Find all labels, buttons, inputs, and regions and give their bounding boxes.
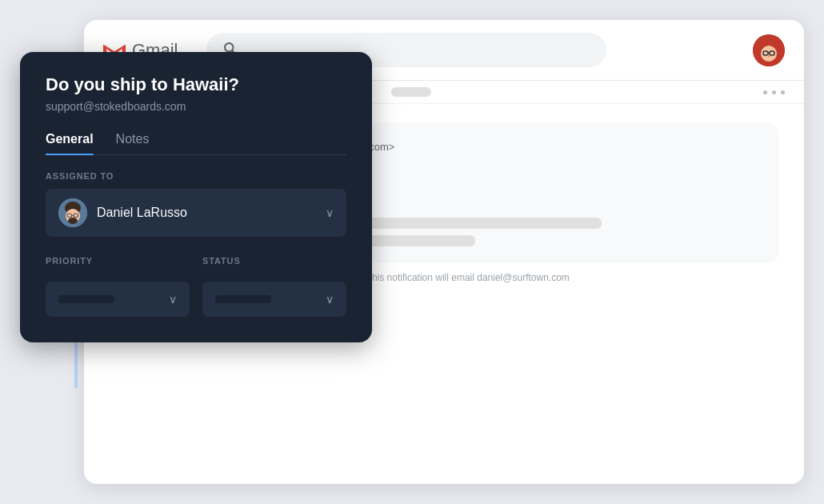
- svg-point-8: [768, 55, 770, 57]
- avatar-image: [753, 34, 785, 66]
- more-options: [763, 90, 785, 94]
- status-dropdown[interactable]: ∨: [202, 282, 346, 317]
- svg-point-19: [68, 218, 78, 224]
- assigned-name: Daniel LaRusso: [97, 206, 316, 220]
- tab-notes[interactable]: Notes: [116, 132, 150, 154]
- priority-status-row: PRIORITY ∨ STATUS ∨: [46, 256, 346, 317]
- priority-label: PRIORITY: [46, 256, 190, 266]
- assigned-section: ASSIGNED TO: [46, 171, 346, 237]
- assigned-dropdown[interactable]: Daniel LaRusso ∨: [46, 189, 346, 237]
- panel-subtitle: support@stokedboards.com: [46, 100, 346, 113]
- assigned-chevron: ∨: [326, 206, 334, 219]
- priority-bar: [58, 295, 114, 303]
- user-avatar[interactable]: [753, 34, 785, 66]
- panel-title: Do you ship to Hawaii?: [46, 74, 346, 95]
- assigned-label: ASSIGNED TO: [46, 171, 346, 181]
- assigned-avatar-image: [58, 198, 87, 227]
- priority-chevron: ∨: [169, 293, 177, 306]
- panel-tabs: General Notes: [46, 132, 346, 155]
- status-group: STATUS ∨: [202, 256, 346, 317]
- status-label: STATUS: [202, 256, 346, 266]
- ticket-panel: Do you ship to Hawaii? support@stokedboa…: [20, 52, 372, 342]
- priority-group: PRIORITY ∨: [46, 256, 190, 317]
- tab-general[interactable]: General: [46, 132, 94, 154]
- status-bar: [215, 295, 271, 303]
- assigned-avatar: [58, 198, 87, 227]
- status-chevron: ∨: [326, 293, 334, 306]
- nav-item: [391, 87, 431, 97]
- priority-dropdown[interactable]: ∨: [46, 282, 190, 317]
